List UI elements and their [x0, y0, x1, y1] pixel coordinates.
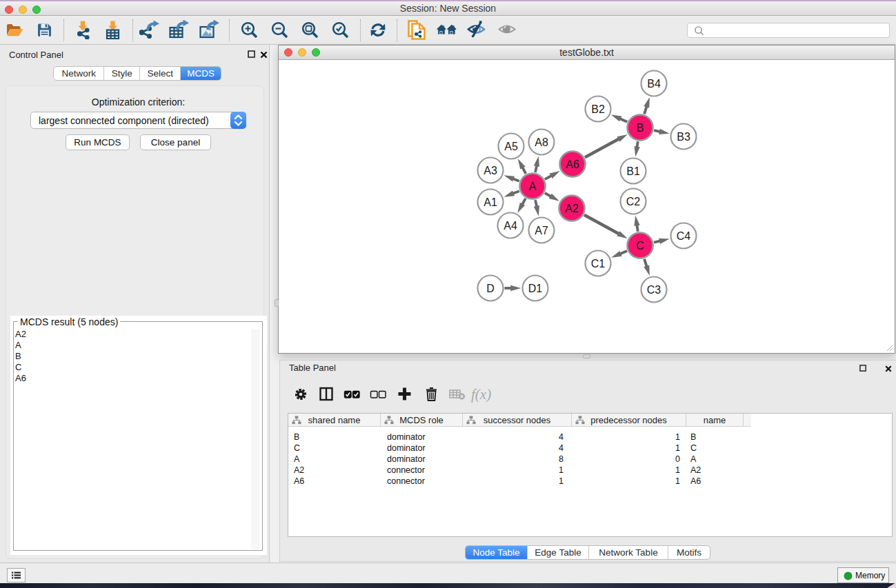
svg-text:A7: A7	[535, 225, 548, 236]
svg-text:A5: A5	[504, 141, 518, 152]
svg-text:A6: A6	[566, 159, 579, 170]
svg-text:B1: B1	[626, 165, 640, 177]
svg-text:B2: B2	[591, 103, 605, 115]
svg-text:C1: C1	[591, 258, 606, 270]
svg-text:B3: B3	[677, 131, 690, 143]
svg-text:A2: A2	[565, 203, 579, 214]
svg-text:C3: C3	[647, 284, 661, 296]
svg-text:A3: A3	[484, 165, 497, 176]
svg-text:D1: D1	[528, 283, 543, 294]
svg-text:B4: B4	[647, 78, 661, 90]
svg-text:A8: A8	[535, 136, 548, 148]
svg-text:D: D	[486, 283, 495, 294]
svg-text:C2: C2	[626, 196, 641, 207]
svg-text:B: B	[637, 122, 644, 134]
svg-text:A: A	[529, 181, 537, 192]
svg-text:C4: C4	[677, 230, 691, 242]
svg-text:C: C	[636, 240, 644, 252]
svg-text:A1: A1	[484, 196, 497, 208]
svg-text:A4: A4	[504, 220, 517, 232]
